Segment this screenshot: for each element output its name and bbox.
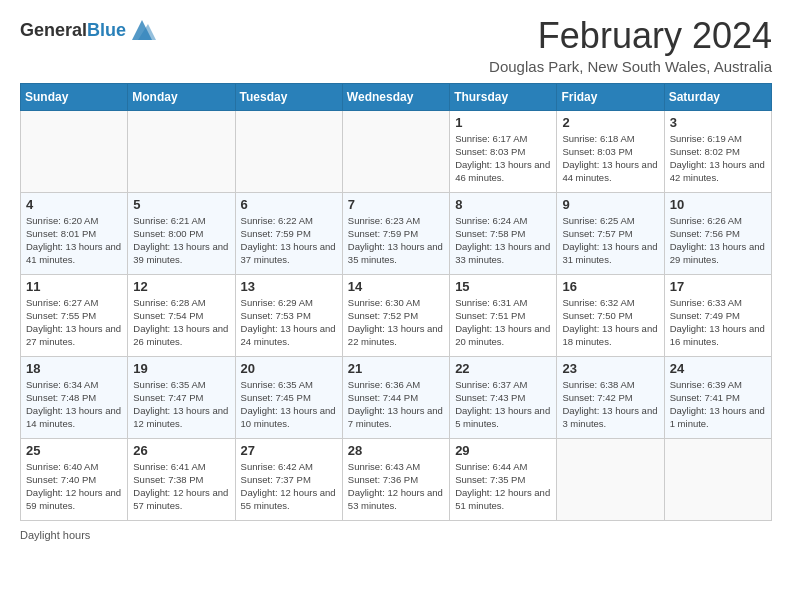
table-row: 26Sunrise: 6:41 AMSunset: 7:38 PMDayligh…	[128, 438, 235, 520]
col-sunday: Sunday	[21, 83, 128, 110]
day-info: Sunrise: 6:43 AMSunset: 7:36 PMDaylight:…	[348, 460, 444, 513]
calendar-week-row: 25Sunrise: 6:40 AMSunset: 7:40 PMDayligh…	[21, 438, 772, 520]
table-row: 2Sunrise: 6:18 AMSunset: 8:03 PMDaylight…	[557, 110, 664, 192]
day-number: 27	[241, 443, 337, 458]
table-row: 13Sunrise: 6:29 AMSunset: 7:53 PMDayligh…	[235, 274, 342, 356]
day-info: Sunrise: 6:39 AMSunset: 7:41 PMDaylight:…	[670, 378, 766, 431]
table-row: 10Sunrise: 6:26 AMSunset: 7:56 PMDayligh…	[664, 192, 771, 274]
day-info: Sunrise: 6:35 AMSunset: 7:47 PMDaylight:…	[133, 378, 229, 431]
table-row: 16Sunrise: 6:32 AMSunset: 7:50 PMDayligh…	[557, 274, 664, 356]
day-number: 15	[455, 279, 551, 294]
table-row	[664, 438, 771, 520]
table-row	[128, 110, 235, 192]
table-row: 29Sunrise: 6:44 AMSunset: 7:35 PMDayligh…	[450, 438, 557, 520]
col-monday: Monday	[128, 83, 235, 110]
table-row	[21, 110, 128, 192]
day-number: 19	[133, 361, 229, 376]
logo-icon	[128, 16, 156, 44]
day-number: 10	[670, 197, 766, 212]
table-row: 18Sunrise: 6:34 AMSunset: 7:48 PMDayligh…	[21, 356, 128, 438]
day-info: Sunrise: 6:30 AMSunset: 7:52 PMDaylight:…	[348, 296, 444, 349]
day-number: 3	[670, 115, 766, 130]
logo-general: General	[20, 20, 87, 40]
day-number: 11	[26, 279, 122, 294]
day-info: Sunrise: 6:23 AMSunset: 7:59 PMDaylight:…	[348, 214, 444, 267]
day-number: 28	[348, 443, 444, 458]
table-row: 24Sunrise: 6:39 AMSunset: 7:41 PMDayligh…	[664, 356, 771, 438]
day-number: 14	[348, 279, 444, 294]
table-row: 5Sunrise: 6:21 AMSunset: 8:00 PMDaylight…	[128, 192, 235, 274]
day-info: Sunrise: 6:25 AMSunset: 7:57 PMDaylight:…	[562, 214, 658, 267]
table-row: 19Sunrise: 6:35 AMSunset: 7:47 PMDayligh…	[128, 356, 235, 438]
day-info: Sunrise: 6:29 AMSunset: 7:53 PMDaylight:…	[241, 296, 337, 349]
location-subtitle: Douglas Park, New South Wales, Australia	[489, 58, 772, 75]
day-info: Sunrise: 6:17 AMSunset: 8:03 PMDaylight:…	[455, 132, 551, 185]
table-row: 22Sunrise: 6:37 AMSunset: 7:43 PMDayligh…	[450, 356, 557, 438]
day-info: Sunrise: 6:36 AMSunset: 7:44 PMDaylight:…	[348, 378, 444, 431]
day-number: 23	[562, 361, 658, 376]
day-number: 21	[348, 361, 444, 376]
table-row	[235, 110, 342, 192]
table-row: 17Sunrise: 6:33 AMSunset: 7:49 PMDayligh…	[664, 274, 771, 356]
day-info: Sunrise: 6:28 AMSunset: 7:54 PMDaylight:…	[133, 296, 229, 349]
table-row: 7Sunrise: 6:23 AMSunset: 7:59 PMDaylight…	[342, 192, 449, 274]
day-info: Sunrise: 6:42 AMSunset: 7:37 PMDaylight:…	[241, 460, 337, 513]
calendar-week-row: 18Sunrise: 6:34 AMSunset: 7:48 PMDayligh…	[21, 356, 772, 438]
title-area: February 2024 Douglas Park, New South Wa…	[489, 16, 772, 75]
day-number: 24	[670, 361, 766, 376]
table-row	[557, 438, 664, 520]
col-tuesday: Tuesday	[235, 83, 342, 110]
day-number: 17	[670, 279, 766, 294]
day-info: Sunrise: 6:31 AMSunset: 7:51 PMDaylight:…	[455, 296, 551, 349]
calendar-week-row: 1Sunrise: 6:17 AMSunset: 8:03 PMDaylight…	[21, 110, 772, 192]
logo: GeneralBlue	[20, 16, 156, 44]
day-number: 7	[348, 197, 444, 212]
table-row: 12Sunrise: 6:28 AMSunset: 7:54 PMDayligh…	[128, 274, 235, 356]
table-row: 20Sunrise: 6:35 AMSunset: 7:45 PMDayligh…	[235, 356, 342, 438]
day-number: 12	[133, 279, 229, 294]
day-info: Sunrise: 6:37 AMSunset: 7:43 PMDaylight:…	[455, 378, 551, 431]
table-row: 28Sunrise: 6:43 AMSunset: 7:36 PMDayligh…	[342, 438, 449, 520]
page-header: GeneralBlue February 2024 Douglas Park, …	[20, 16, 772, 75]
day-number: 18	[26, 361, 122, 376]
table-row: 1Sunrise: 6:17 AMSunset: 8:03 PMDaylight…	[450, 110, 557, 192]
day-number: 2	[562, 115, 658, 130]
logo-blue: Blue	[87, 20, 126, 40]
calendar-table: Sunday Monday Tuesday Wednesday Thursday…	[20, 83, 772, 521]
table-row: 21Sunrise: 6:36 AMSunset: 7:44 PMDayligh…	[342, 356, 449, 438]
footer-note: Daylight hours	[20, 529, 772, 541]
day-number: 26	[133, 443, 229, 458]
day-info: Sunrise: 6:33 AMSunset: 7:49 PMDaylight:…	[670, 296, 766, 349]
day-number: 4	[26, 197, 122, 212]
day-info: Sunrise: 6:20 AMSunset: 8:01 PMDaylight:…	[26, 214, 122, 267]
day-info: Sunrise: 6:22 AMSunset: 7:59 PMDaylight:…	[241, 214, 337, 267]
logo-text: GeneralBlue	[20, 20, 126, 41]
day-info: Sunrise: 6:34 AMSunset: 7:48 PMDaylight:…	[26, 378, 122, 431]
calendar-week-row: 4Sunrise: 6:20 AMSunset: 8:01 PMDaylight…	[21, 192, 772, 274]
day-info: Sunrise: 6:26 AMSunset: 7:56 PMDaylight:…	[670, 214, 766, 267]
table-row: 11Sunrise: 6:27 AMSunset: 7:55 PMDayligh…	[21, 274, 128, 356]
day-info: Sunrise: 6:41 AMSunset: 7:38 PMDaylight:…	[133, 460, 229, 513]
day-number: 16	[562, 279, 658, 294]
day-number: 6	[241, 197, 337, 212]
month-title: February 2024	[489, 16, 772, 56]
day-number: 22	[455, 361, 551, 376]
day-number: 1	[455, 115, 551, 130]
table-row: 9Sunrise: 6:25 AMSunset: 7:57 PMDaylight…	[557, 192, 664, 274]
day-number: 9	[562, 197, 658, 212]
table-row: 14Sunrise: 6:30 AMSunset: 7:52 PMDayligh…	[342, 274, 449, 356]
table-row: 4Sunrise: 6:20 AMSunset: 8:01 PMDaylight…	[21, 192, 128, 274]
table-row	[342, 110, 449, 192]
day-info: Sunrise: 6:19 AMSunset: 8:02 PMDaylight:…	[670, 132, 766, 185]
table-row: 15Sunrise: 6:31 AMSunset: 7:51 PMDayligh…	[450, 274, 557, 356]
day-number: 8	[455, 197, 551, 212]
day-number: 20	[241, 361, 337, 376]
day-number: 13	[241, 279, 337, 294]
table-row: 6Sunrise: 6:22 AMSunset: 7:59 PMDaylight…	[235, 192, 342, 274]
calendar-header-row: Sunday Monday Tuesday Wednesday Thursday…	[21, 83, 772, 110]
table-row: 8Sunrise: 6:24 AMSunset: 7:58 PMDaylight…	[450, 192, 557, 274]
day-info: Sunrise: 6:27 AMSunset: 7:55 PMDaylight:…	[26, 296, 122, 349]
col-saturday: Saturday	[664, 83, 771, 110]
day-number: 25	[26, 443, 122, 458]
day-info: Sunrise: 6:21 AMSunset: 8:00 PMDaylight:…	[133, 214, 229, 267]
